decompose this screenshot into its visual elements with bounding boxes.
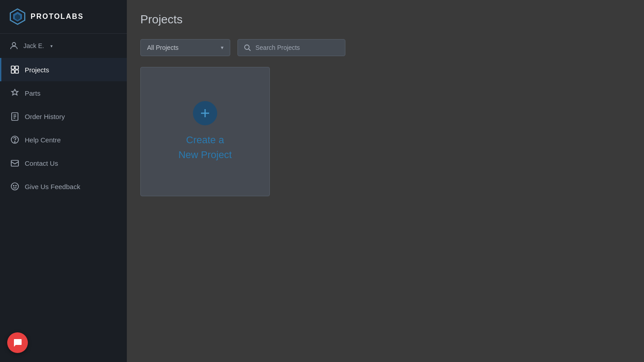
chat-icon [13, 338, 22, 348]
projects-icon [10, 65, 19, 74]
svg-point-3 [12, 43, 15, 46]
sidebar-label-contact-us: Contact Us [25, 159, 58, 167]
logo: PROTOLABS [0, 0, 127, 34]
parts-icon [10, 88, 19, 97]
svg-line-19 [249, 49, 250, 51]
sidebar-item-parts[interactable]: Parts [0, 81, 127, 105]
create-project-icon [193, 101, 217, 125]
filter-dropdown[interactable]: All Projects ▾ [140, 39, 230, 56]
sidebar-item-help-centre[interactable]: Help Centre [0, 128, 127, 151]
logo-text: PROTOLABS [31, 13, 84, 21]
svg-rect-7 [15, 70, 18, 73]
sidebar-item-contact-us[interactable]: Contact Us [0, 151, 127, 175]
svg-rect-14 [11, 160, 18, 166]
protolabs-logo-icon [9, 8, 26, 25]
create-project-line2: New Project [179, 147, 232, 162]
main-content: Projects All Projects ▾ [127, 0, 644, 362]
svg-point-15 [11, 183, 18, 190]
chat-button[interactable] [7, 332, 28, 353]
sidebar-label-give-us-feedback: Give Us Feedback [25, 183, 80, 190]
svg-rect-4 [11, 66, 14, 69]
user-name: Jack E. [23, 42, 44, 49]
svg-point-16 [13, 185, 14, 186]
feedback-icon [10, 182, 19, 191]
user-icon [9, 41, 19, 51]
user-chevron-icon: ▾ [50, 44, 53, 49]
sidebar-nav: Projects Parts Order History [0, 58, 127, 362]
dropdown-chevron-icon: ▾ [221, 44, 224, 51]
sidebar-item-give-us-feedback[interactable]: Give Us Feedback [0, 175, 127, 198]
toolbar: All Projects ▾ [140, 39, 631, 56]
search-input[interactable] [255, 44, 327, 51]
create-new-project-card[interactable]: Create a New Project [140, 67, 270, 196]
search-icon [244, 44, 251, 51]
contact-icon [10, 159, 19, 168]
create-project-line1: Create a [179, 132, 232, 147]
svg-point-18 [245, 45, 249, 49]
page-title: Projects [140, 13, 631, 26]
order-history-icon [10, 112, 19, 121]
sidebar-label-order-history: Order History [25, 113, 65, 120]
plus-icon [199, 107, 211, 119]
sidebar-item-order-history[interactable]: Order History [0, 105, 127, 128]
sidebar-item-projects[interactable]: Projects [0, 58, 127, 81]
sidebar-label-help-centre: Help Centre [25, 136, 61, 144]
sidebar: PROTOLABS Jack E. ▾ Projects [0, 0, 127, 362]
help-icon [10, 135, 19, 144]
svg-rect-6 [11, 70, 14, 73]
svg-point-17 [16, 185, 17, 186]
create-project-label: Create a New Project [179, 132, 232, 162]
user-menu[interactable]: Jack E. ▾ [0, 34, 127, 58]
svg-rect-5 [15, 66, 18, 69]
filter-label: All Projects [147, 44, 179, 51]
sidebar-label-parts: Parts [25, 89, 40, 97]
svg-point-13 [14, 141, 15, 142]
projects-grid: Create a New Project [140, 67, 631, 196]
search-box [237, 39, 345, 56]
sidebar-label-projects: Projects [25, 66, 49, 74]
